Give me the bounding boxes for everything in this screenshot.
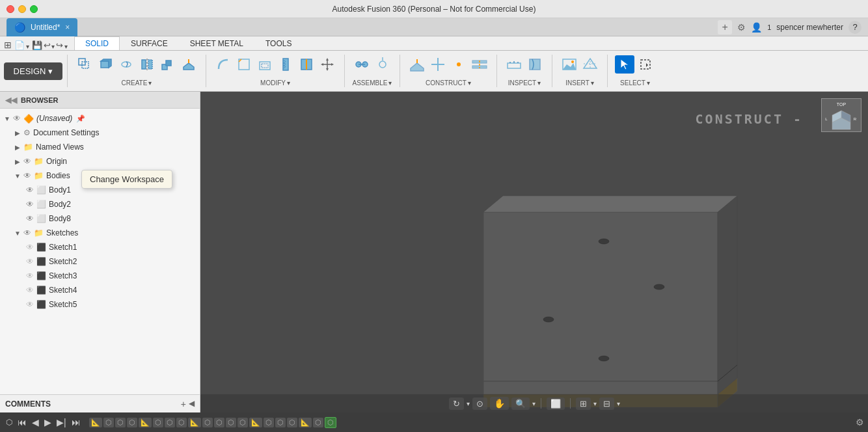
tl-item-18[interactable]: 📐: [299, 418, 312, 427]
tl-item-15[interactable]: ⬡: [264, 418, 274, 427]
tree-item-sketch4[interactable]: 👁 ⬛ Sketch4: [0, 283, 200, 297]
tree-item-root[interactable]: ▼ 👁 🔶 (Unsaved) 📌: [0, 111, 200, 126]
thread-icon[interactable]: [276, 55, 295, 74]
move-icon[interactable]: [318, 55, 337, 74]
root-pin-icon[interactable]: 📌: [76, 115, 85, 123]
joint-icon[interactable]: [352, 55, 372, 74]
tree-item-doc-settings[interactable]: ▶ ⚙ Document Settings: [0, 126, 200, 140]
select-cursor-icon[interactable]: [615, 55, 634, 74]
timeline-forward-all-button[interactable]: ⏭: [70, 416, 83, 429]
view-settings-dropdown[interactable]: ▾: [617, 400, 620, 407]
body1-eye[interactable]: 👁: [26, 185, 34, 195]
tab-untitled[interactable]: 🔵 Untitled* ×: [7, 18, 77, 36]
point-icon[interactable]: [449, 55, 468, 74]
tree-item-sketch1[interactable]: 👁 ⬛ Sketch1: [0, 240, 200, 254]
tree-item-sketch2[interactable]: 👁 ⬛ Sketch2: [0, 254, 200, 269]
sketches-eye[interactable]: 👁: [23, 228, 31, 237]
browser-back-icon[interactable]: ◀◀: [5, 96, 17, 105]
insert-mesh-icon[interactable]: [580, 55, 600, 74]
design-button[interactable]: DESIGN ▾: [4, 62, 62, 80]
body8-eye[interactable]: 👁: [26, 214, 34, 223]
tl-item-10[interactable]: ⬡: [202, 418, 213, 427]
timeline-play-button[interactable]: ▶: [42, 416, 53, 429]
split-icon[interactable]: [297, 55, 316, 74]
undo-dropdown[interactable]: ▾: [51, 43, 55, 50]
tree-item-sketch3[interactable]: 👁 ⬛ Sketch3: [0, 269, 200, 283]
grid-display-icon[interactable]: ⊞: [576, 398, 591, 410]
tl-item-16[interactable]: ⬡: [275, 418, 286, 427]
tl-item-7[interactable]: ⬡: [165, 418, 175, 427]
view-settings-icon[interactable]: ⊟: [599, 398, 614, 410]
tab-close-button[interactable]: ×: [65, 23, 70, 32]
origin-eye[interactable]: 👁: [23, 157, 31, 166]
root-eye[interactable]: 👁: [13, 114, 21, 123]
extrude-icon[interactable]: [179, 55, 198, 74]
undo-icon[interactable]: ↩: [44, 40, 51, 50]
sketch1-eye[interactable]: 👁: [26, 243, 34, 252]
zoom-dropdown[interactable]: ▾: [532, 400, 536, 407]
fillet-icon[interactable]: [213, 55, 233, 74]
file-dropdown[interactable]: ▾: [26, 43, 29, 50]
select-window-icon[interactable]: [636, 55, 655, 74]
orbit-icon[interactable]: ↻: [449, 398, 464, 410]
file-icon[interactable]: 📄: [14, 40, 25, 50]
sketch5-eye[interactable]: 👁: [26, 300, 34, 309]
pattern-icon[interactable]: [158, 55, 178, 74]
grid-icon[interactable]: ⊞: [4, 40, 12, 50]
tree-item-origin[interactable]: ▶ 👁 📁 Origin: [0, 154, 200, 169]
close-button[interactable]: [7, 5, 14, 13]
tl-item-13[interactable]: ⬡: [237, 418, 248, 427]
tree-item-sketch5[interactable]: 👁 ⬛ Sketch5: [0, 297, 200, 312]
tree-item-body8[interactable]: 👁 ⬜ Body8: [0, 211, 200, 226]
tree-item-body2[interactable]: 👁 ⬜ Body2: [0, 197, 200, 211]
tl-item-11[interactable]: ⬡: [214, 418, 224, 427]
tl-item-1[interactable]: 📐: [89, 418, 102, 427]
measure-icon[interactable]: [504, 55, 524, 74]
tab-solid[interactable]: SOLID: [74, 36, 120, 50]
mirror-icon[interactable]: [137, 55, 157, 74]
tl-item-3[interactable]: ⬡: [115, 418, 126, 427]
tab-tools[interactable]: TOOLS: [254, 36, 303, 50]
zoom-icon[interactable]: 🔍: [511, 398, 530, 410]
tl-item-2[interactable]: ⬡: [103, 418, 114, 427]
timeline-step-back-button[interactable]: ◀: [30, 416, 41, 429]
tl-item-4[interactable]: ⬡: [127, 418, 137, 427]
tl-item-14[interactable]: 📐: [249, 418, 262, 427]
help-button[interactable]: ?: [848, 21, 861, 34]
pan-icon[interactable]: ✋: [490, 397, 509, 410]
midplane-icon[interactable]: [470, 55, 489, 74]
redo-dropdown[interactable]: ▾: [64, 43, 68, 50]
tl-item-12[interactable]: ⬡: [226, 418, 236, 427]
shell-icon[interactable]: [255, 55, 275, 74]
save-icon[interactable]: 💾: [32, 40, 42, 50]
sketch2-eye[interactable]: 👁: [26, 257, 34, 266]
bodies-eye[interactable]: 👁: [23, 171, 31, 180]
minimize-button[interactable]: [18, 5, 26, 13]
solid-box-icon[interactable]: [96, 55, 115, 74]
tree-item-sketches[interactable]: ▼ 👁 📁 Sketches: [0, 226, 200, 240]
revolve-icon[interactable]: [116, 55, 136, 74]
viewport[interactable]: CONSTRUCT - TOP L R: [200, 92, 868, 412]
settings-button[interactable]: ⚙: [856, 417, 864, 427]
collapse-comments-button[interactable]: ◀: [189, 399, 195, 409]
tl-item-6[interactable]: ⬡: [153, 418, 163, 427]
tab-surface[interactable]: SURFACE: [120, 36, 179, 50]
timeline-back-all-button[interactable]: ⏮: [16, 416, 29, 429]
joint-origin-icon[interactable]: [373, 55, 392, 74]
tl-item-8[interactable]: ⬡: [176, 418, 187, 427]
chamfer-icon[interactable]: [234, 55, 254, 74]
tree-item-named-views[interactable]: ▶ 📁 Named Views: [0, 140, 200, 154]
timeline-step-forward-button[interactable]: ▶|: [55, 416, 68, 429]
sketch3-eye[interactable]: 👁: [26, 271, 34, 280]
plane-icon[interactable]: [407, 55, 427, 74]
tab-sheet-metal[interactable]: SHEET METAL: [179, 36, 254, 50]
new-component-icon[interactable]: [75, 55, 94, 74]
axis-icon[interactable]: [428, 55, 448, 74]
tl-item-17[interactable]: ⬡: [287, 418, 297, 427]
maximize-button[interactable]: [30, 5, 38, 13]
insert-image-icon[interactable]: [560, 55, 579, 74]
add-comment-button[interactable]: +: [181, 399, 186, 409]
sketch4-eye[interactable]: 👁: [26, 286, 34, 295]
redo-icon[interactable]: ↪: [56, 40, 63, 50]
display-mode-icon[interactable]: ⬜: [547, 398, 565, 410]
